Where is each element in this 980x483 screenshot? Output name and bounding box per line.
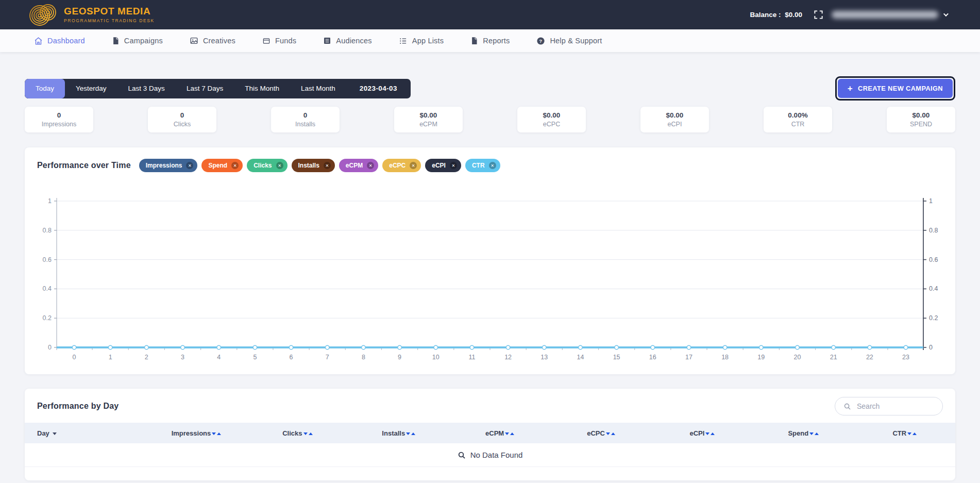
stat-label: eCPI xyxy=(668,121,682,128)
sort-asc-icon xyxy=(217,432,221,435)
svg-text:0: 0 xyxy=(48,344,52,351)
performance-by-day-card: Performance by Day DayImpressionsClicksI… xyxy=(25,389,955,480)
fullscreen-icon[interactable] xyxy=(814,10,823,20)
sort-asc-icon xyxy=(711,432,715,435)
remove-icon[interactable]: ✕ xyxy=(276,162,283,169)
selected-date-label[interactable]: 2023-04-03 xyxy=(346,79,411,98)
image-icon xyxy=(190,37,198,45)
stat-value: 0 xyxy=(180,111,184,119)
column-header-clicks[interactable]: Clicks xyxy=(247,423,348,443)
svg-text:7: 7 xyxy=(326,354,329,361)
column-header-impressions[interactable]: Impressions xyxy=(146,423,247,443)
search-icon xyxy=(843,403,851,410)
remove-icon[interactable]: ✕ xyxy=(231,162,239,169)
legend-pill-ecpm[interactable]: eCPM✕ xyxy=(339,159,378,172)
remove-icon[interactable]: ✕ xyxy=(367,162,374,169)
chart-legend: Impressions✕Spend✕Clicks✕Installs✕eCPM✕e… xyxy=(139,159,500,172)
nav-item-funds[interactable]: Funds xyxy=(249,29,310,52)
nav-item-label: Funds xyxy=(275,37,296,45)
stat-value: $0.00 xyxy=(543,111,561,119)
svg-text:0.2: 0.2 xyxy=(929,314,938,322)
column-header-ecpc[interactable]: eCPC xyxy=(550,423,651,443)
svg-text:12: 12 xyxy=(504,354,512,361)
svg-text:0: 0 xyxy=(73,354,76,361)
table-footer xyxy=(25,467,955,480)
tab-last-3-days[interactable]: Last 3 Days xyxy=(117,79,176,98)
nav-item-label: Creatives xyxy=(203,37,235,45)
nav-item-label: Help & Support xyxy=(550,37,602,45)
nav-item-dashboard[interactable]: Dashboard xyxy=(21,29,98,52)
nav-item-reports[interactable]: Reports xyxy=(457,29,523,52)
legend-pill-impressions[interactable]: Impressions✕ xyxy=(139,159,198,172)
search-input[interactable] xyxy=(856,402,934,411)
nav-item-audiences[interactable]: Audiences xyxy=(310,29,385,52)
svg-text:5: 5 xyxy=(253,354,257,361)
legend-label: CTR xyxy=(472,162,485,169)
brand-tagline: PROGRAMMATIC TRADING DESK xyxy=(64,18,155,23)
tab-last-7-days[interactable]: Last 7 Days xyxy=(176,79,234,98)
nav-item-app-lists[interactable]: App Lists xyxy=(385,29,457,52)
nav-item-help-support[interactable]: ?Help & Support xyxy=(523,29,615,52)
nav-item-label: App Lists xyxy=(412,37,444,45)
legend-label: Impressions xyxy=(146,162,182,169)
performance-over-time-card: Performance over Time Impressions✕Spend✕… xyxy=(25,147,955,374)
main-content: TodayYesterdayLast 3 DaysLast 7 DaysThis… xyxy=(0,76,980,480)
svg-text:0.2: 0.2 xyxy=(43,314,52,322)
svg-text:0.8: 0.8 xyxy=(43,227,52,234)
sort-icon xyxy=(53,432,57,435)
stat-card-spend: $0.00SPEND xyxy=(887,107,955,132)
column-header-ecpi[interactable]: eCPI xyxy=(652,423,753,443)
tab-last-month[interactable]: Last Month xyxy=(290,79,346,98)
svg-text:15: 15 xyxy=(613,354,620,361)
column-header-day[interactable]: Day xyxy=(25,423,146,443)
grid-icon xyxy=(323,37,331,45)
plus-icon: + xyxy=(848,84,853,93)
svg-text:22: 22 xyxy=(866,354,873,361)
tab-this-month[interactable]: This Month xyxy=(234,79,290,98)
stat-card-ecpc: $0.00eCPC xyxy=(517,107,586,132)
performance-by-day-title: Performance by Day xyxy=(37,402,119,411)
stat-value: 0 xyxy=(303,111,308,119)
sort-asc-icon xyxy=(510,432,514,435)
stat-value: $0.00 xyxy=(420,111,437,119)
nav-item-campaigns[interactable]: Campaigns xyxy=(98,29,176,52)
svg-text:11: 11 xyxy=(468,354,475,361)
create-new-campaign-button[interactable]: + CREATE NEW CAMPAIGN xyxy=(838,79,953,98)
legend-pill-ctr[interactable]: CTR✕ xyxy=(465,159,500,172)
remove-icon[interactable]: ✕ xyxy=(410,162,417,169)
legend-pill-spend[interactable]: Spend✕ xyxy=(201,159,243,172)
stat-card-installs: 0Installs xyxy=(271,107,340,132)
nav-item-creatives[interactable]: Creatives xyxy=(176,29,249,52)
column-header-installs[interactable]: Installs xyxy=(348,423,449,443)
svg-text:21: 21 xyxy=(830,354,837,361)
help-icon: ? xyxy=(536,37,545,45)
sort-desc-icon xyxy=(809,432,814,435)
remove-icon[interactable]: ✕ xyxy=(186,162,193,169)
remove-icon[interactable]: ✕ xyxy=(324,162,331,169)
nav-item-label: Reports xyxy=(483,37,510,45)
legend-pill-ecpc[interactable]: eCPC✕ xyxy=(382,159,421,172)
stat-card-ecpi: $0.00eCPI xyxy=(640,107,709,132)
user-menu[interactable] xyxy=(832,11,947,19)
column-header-ctr[interactable]: CTR xyxy=(854,423,956,443)
stat-card-ecpm: $0.00eCPM xyxy=(394,107,463,132)
legend-pill-ecpi[interactable]: eCPI✕ xyxy=(425,159,461,172)
table-header-bar: Performance by Day xyxy=(25,397,955,423)
remove-icon[interactable]: ✕ xyxy=(489,162,496,169)
tab-today[interactable]: Today xyxy=(25,79,65,98)
sort-desc-icon xyxy=(303,432,308,435)
legend-pill-installs[interactable]: Installs✕ xyxy=(292,159,335,172)
svg-text:23: 23 xyxy=(902,354,909,361)
create-campaign-focus-ring: + CREATE NEW CAMPAIGN xyxy=(835,76,955,101)
legend-pill-clicks[interactable]: Clicks✕ xyxy=(247,159,287,172)
svg-text:4: 4 xyxy=(217,354,221,361)
chart-header: Performance over Time Impressions✕Spend✕… xyxy=(37,159,943,172)
column-header-ecpm[interactable]: eCPM xyxy=(449,423,550,443)
stat-label: eCPM xyxy=(419,121,437,128)
tab-yesterday[interactable]: Yesterday xyxy=(65,79,117,98)
legend-label: Installs xyxy=(298,162,319,169)
balance-label: Balance : xyxy=(750,11,781,19)
column-header-spend[interactable]: Spend xyxy=(753,423,854,443)
remove-icon[interactable]: ✕ xyxy=(450,162,457,169)
stat-label: Impressions xyxy=(42,121,76,128)
